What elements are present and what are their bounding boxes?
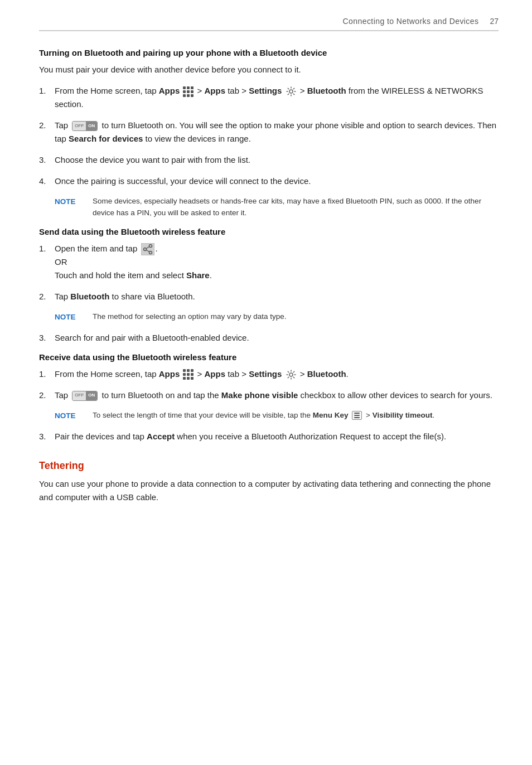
toggle-icon-1: OFFON	[72, 121, 98, 131]
section-heading-send: Send data using the Bluetooth wireless f…	[39, 227, 499, 236]
receive-step-number-3: 3.	[39, 430, 55, 443]
receive-step-content-1: From the Home screen, tap Apps > Apps ta…	[55, 367, 499, 381]
note-label-3: NOTE	[55, 410, 87, 422]
settings-label-1: Settings	[249, 86, 282, 95]
step-number-1: 1.	[39, 84, 55, 98]
send-note: NOTE The method for selecting an option …	[55, 311, 499, 323]
section-tethering: Tethering You can use your phone to prov…	[39, 460, 499, 504]
toggle-icon-2: OFFON	[72, 391, 98, 401]
section-heading-pairing: Turning on Bluetooth and pairing up your…	[39, 48, 499, 57]
send-steps-list-2: 3. Search for and pair with a Bluetooth-…	[39, 331, 499, 345]
section-heading-tethering: Tethering	[39, 460, 499, 472]
step-number-3: 3.	[39, 153, 55, 167]
bluetooth-label-1: Bluetooth	[307, 86, 346, 95]
menu-key-icon	[352, 411, 362, 420]
page-header: Connecting to Networks and Devices 27	[39, 17, 499, 31]
section-heading-receive: Receive data using the Bluetooth wireles…	[39, 352, 499, 362]
send-step-1: 1. Open the item and tap .	[39, 242, 499, 282]
apps-tab-label-2: Apps	[205, 369, 226, 379]
receive-step-content-2: Tap OFFON to turn Bluetooth on and tap t…	[55, 389, 499, 402]
apps-tab-label-1: Apps	[205, 86, 226, 95]
settings-label-2: Settings	[249, 369, 282, 379]
pairing-step-4: 4. Once the pairing is successful, your …	[39, 175, 499, 188]
section-send-data: Send data using the Bluetooth wireless f…	[39, 227, 499, 345]
section-bluetooth-pairing: Turning on Bluetooth and pairing up your…	[39, 48, 499, 219]
send-step-content-1: Open the item and tap . OR	[55, 242, 499, 282]
receive-steps-list-2: 3. Pair the devices and tap Accept when …	[39, 430, 499, 443]
receive-step-content-3: Pair the devices and tap Accept when you…	[55, 430, 499, 443]
receive-step-3: 3. Pair the devices and tap Accept when …	[39, 430, 499, 443]
send-step-number-2: 2.	[39, 290, 55, 303]
apps-grid-icon-2	[183, 369, 194, 380]
share-icon	[141, 243, 154, 255]
bluetooth-label-3: Bluetooth	[307, 369, 346, 379]
svg-rect-1	[141, 243, 154, 255]
svg-point-0	[289, 90, 293, 93]
search-devices-label: Search for devices	[69, 134, 143, 143]
step-content-2: Tap OFFON to turn Bluetooth on. You will…	[55, 119, 499, 146]
send-step-content-2: Tap Bluetooth to share via Bluetooth.	[55, 290, 499, 303]
send-step-3: 3. Search for and pair with a Bluetooth-…	[39, 331, 499, 345]
gear-icon-2	[286, 369, 297, 380]
gear-icon-1	[286, 86, 297, 97]
step-content-3: Choose the device you want to pair with …	[55, 153, 499, 167]
make-visible-label: Make phone visible	[221, 390, 298, 400]
receive-note: NOTE To select the length of time that y…	[55, 410, 499, 422]
or-text: OR	[55, 257, 67, 267]
share-label: Share	[186, 270, 210, 280]
send-steps-list: 1. Open the item and tap .	[39, 242, 499, 303]
apps-grid-icon-1	[183, 86, 194, 97]
receive-step-1: 1. From the Home screen, tap Apps > Apps…	[39, 367, 499, 381]
send-step-content-3: Search for and pair with a Bluetooth-ena…	[55, 331, 499, 345]
pairing-step-2: 2. Tap OFFON to turn Bluetooth on. You w…	[39, 119, 499, 146]
apps-label-2: Apps	[159, 369, 180, 379]
pairing-step-3: 3. Choose the device you want to pair wi…	[39, 153, 499, 167]
page-content: Connecting to Networks and Devices 27 Tu…	[0, 0, 532, 765]
page-number: 27	[490, 17, 499, 26]
receive-step-2: 2. Tap OFFON to turn Bluetooth on and ta…	[39, 389, 499, 402]
step-content-1: From the Home screen, tap Apps > Apps ta…	[55, 84, 499, 111]
step-content-4: Once the pairing is successful, your dev…	[55, 175, 499, 188]
receive-steps-list: 1. From the Home screen, tap Apps > Apps…	[39, 367, 499, 402]
step-number-4: 4.	[39, 175, 55, 188]
note-label-1: NOTE	[55, 196, 87, 208]
bluetooth-label-2: Bluetooth	[70, 292, 109, 301]
menu-key-label: Menu Key	[313, 411, 349, 419]
apps-label-1: Apps	[159, 86, 180, 95]
note-text-2: The method for selecting an option may v…	[93, 311, 499, 323]
receive-step-number-2: 2.	[39, 389, 55, 402]
receive-step-number-1: 1.	[39, 367, 55, 381]
send-step-2: 2. Tap Bluetooth to share via Bluetooth.	[39, 290, 499, 303]
header-title: Connecting to Networks and Devices	[343, 17, 479, 26]
intro-pairing: You must pair your device with another d…	[39, 63, 499, 76]
svg-point-7	[289, 373, 293, 376]
send-step-number-1: 1.	[39, 242, 55, 255]
note-text-1: Some devices, especially headsets or han…	[93, 196, 499, 219]
tethering-body: You can use your phone to provide a data…	[39, 477, 499, 504]
note-text-3: To select the length of time that your d…	[93, 410, 499, 422]
step-number-2: 2.	[39, 119, 55, 132]
section-receive-data: Receive data using the Bluetooth wireles…	[39, 352, 499, 443]
pairing-steps-list: 1. From the Home screen, tap Apps > Apps…	[39, 84, 499, 188]
send-step-number-3: 3.	[39, 331, 55, 345]
note-label-2: NOTE	[55, 311, 87, 323]
accept-label: Accept	[147, 432, 175, 441]
pairing-step-1: 1. From the Home screen, tap Apps > Apps…	[39, 84, 499, 111]
pairing-note: NOTE Some devices, especially headsets o…	[55, 196, 499, 219]
visibility-timeout-label: Visibility timeout	[373, 411, 433, 419]
